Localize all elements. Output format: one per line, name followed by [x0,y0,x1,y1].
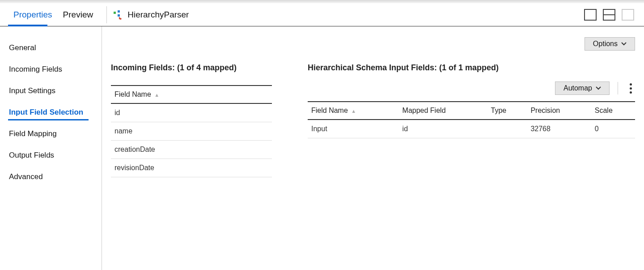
chevron-down-icon [596,86,601,91]
schema-fields-table: Field Name ▲ Mapped Field Type Precision… [308,101,635,138]
cell-field-name: name [111,122,272,141]
more-actions-icon[interactable] [626,83,635,94]
automap-button[interactable]: Automap [555,81,610,95]
cell-field-name: creationDate [111,141,272,159]
cell-scale: 0 [591,120,635,138]
sidebar-item-general[interactable]: General [0,37,102,59]
incoming-fields-title: Incoming Fields: (1 of 4 mapped) [111,63,299,73]
header-bar: Properties Preview HierarchyParser [0,3,644,26]
tab-preview[interactable]: Preview [58,3,99,26]
cell-field-name: revisionDate [111,159,272,177]
column-header-field-name[interactable]: Field Name ▲ [308,102,399,120]
column-header-type[interactable]: Type [487,102,527,120]
options-button[interactable]: Options [585,37,635,51]
options-label: Options [593,40,618,48]
column-header-field-name[interactable]: Field Name ▲ [111,86,272,103]
vertical-divider [618,82,618,94]
column-header-precision[interactable]: Precision [527,102,591,120]
incoming-fields-table: Field Name ▲ id name creationDate revisi… [111,85,272,177]
sidebar-item-output-fields[interactable]: Output Fields [0,145,102,166]
hierarchy-parser-icon [113,10,123,20]
vertical-divider [106,6,107,23]
schema-fields-title: Hierarchical Schema Input Fields: (1 of … [308,63,635,73]
layout-blank-icon[interactable] [622,9,634,21]
sidebar-item-advanced[interactable]: Advanced [0,166,102,188]
sort-ascending-icon: ▲ [154,92,159,98]
schema-fields-panel: Hierarchical Schema Input Fields: (1 of … [308,63,635,270]
node-title: HierarchyParser [127,10,189,20]
layout-single-icon[interactable] [584,9,597,21]
tab-properties[interactable]: Properties [8,3,58,26]
sidebar-item-field-mapping[interactable]: Field Mapping [0,123,102,145]
column-header-label: Field Name [114,90,151,98]
column-header-mapped-field[interactable]: Mapped Field [399,102,487,120]
table-row[interactable]: revisionDate [111,159,272,177]
cell-type [487,120,527,138]
table-row[interactable]: Input id 32768 0 [308,120,635,138]
sidebar-item-incoming-fields[interactable]: Incoming Fields [0,59,102,80]
automap-label: Automap [564,84,592,92]
chevron-down-icon [621,41,627,47]
layout-split-horizontal-icon[interactable] [603,9,615,21]
column-header-label: Field Name [311,107,348,114]
table-row[interactable]: name [111,122,272,141]
properties-sidebar: General Incoming Fields Input Settings I… [0,26,102,270]
cell-field-name: Input [308,120,399,138]
svg-rect-0 [114,12,116,14]
content-area: Options Incoming Fields: (1 of 4 mapped)… [102,26,644,270]
cell-precision: 32768 [527,120,591,138]
cell-mapped-field: id [399,120,487,138]
header-tabs: Properties Preview [8,3,98,26]
svg-rect-2 [118,14,120,17]
layout-buttons [584,9,636,21]
sort-ascending-icon: ▲ [351,108,356,114]
table-row[interactable]: creationDate [111,141,272,159]
svg-rect-1 [118,10,120,13]
sidebar-item-input-field-selection[interactable]: Input Field Selection [0,102,102,123]
column-header-scale[interactable]: Scale [591,102,635,120]
sidebar-item-input-settings[interactable]: Input Settings [0,80,102,102]
incoming-fields-panel: Incoming Fields: (1 of 4 mapped) Field N… [111,63,299,270]
table-row[interactable]: id [111,103,272,122]
cell-field-name: id [111,103,272,122]
